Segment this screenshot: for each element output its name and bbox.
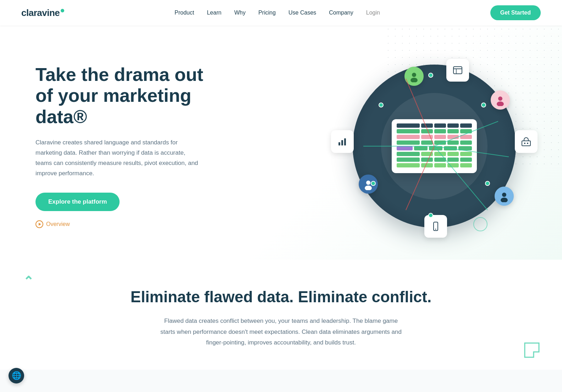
hero-section: Take the drama out of your marketing dat… [0,26,562,260]
hero-content: Take the drama out of your marketing dat… [35,64,220,228]
eliminate-section: ⌃ Eliminate flawed data. Eliminate confl… [0,260,562,370]
logo[interactable]: claravine [21,7,64,18]
data-table-card [392,119,477,173]
corner-shape-icon [523,341,541,359]
logo-dot [61,9,64,12]
hero-title: Take the drama out of your marketing dat… [35,64,220,128]
svg-point-10 [435,228,436,230]
nav-why[interactable]: Why [234,10,246,16]
deco-circle [473,217,487,231]
deco-corner-bottom-right [523,341,541,359]
svg-rect-5 [344,138,346,145]
nav-product[interactable]: Product [175,10,194,16]
icon-box-phone [424,215,447,238]
icon-box-shop [515,130,538,153]
eliminate-body: Flawed data creates conflict between you… [157,316,405,348]
get-started-button[interactable]: Get Started [490,5,541,20]
explore-platform-button[interactable]: Explore the platform [35,193,120,211]
nav-pricing[interactable]: Pricing [258,10,276,16]
icon-box-chart [331,130,354,153]
conn-dot-1 [428,73,433,78]
overview-label: Overview [46,221,70,227]
play-icon [35,220,43,228]
nav-links: Product Learn Why Pricing Use Cases Comp… [175,10,380,16]
conn-dot-4 [428,213,433,218]
navbar: claravine Product Learn Why Pricing Use … [0,0,562,26]
avatar-blue-light [495,187,514,206]
svg-point-18 [501,198,508,202]
svg-rect-4 [341,140,343,145]
svg-point-8 [527,143,528,144]
svg-point-15 [366,181,370,185]
svg-rect-0 [453,67,462,74]
svg-rect-3 [338,142,340,145]
conn-dot-6 [379,103,384,107]
svg-point-16 [365,186,372,190]
icon-box-table [446,59,469,82]
nav-company[interactable]: Company [329,10,353,16]
logo-text: claravine [21,7,60,18]
svg-point-13 [498,96,502,101]
nav-login[interactable]: Login [366,10,380,16]
conn-dot-2 [481,103,486,107]
conn-dot-3 [485,181,490,186]
nav-use-cases[interactable]: Use Cases [288,10,316,16]
avatar-pink [491,90,510,110]
svg-point-17 [502,193,506,197]
deco-corner-top-left: ⌃ [21,274,35,288]
svg-point-7 [524,143,525,144]
overview-link[interactable]: Overview [35,220,220,228]
eliminate-heading: Eliminate flawed data. Eliminate conflic… [71,288,491,306]
hero-description: Claravine creates shared language and st… [35,138,199,179]
svg-point-12 [411,78,418,82]
hero-visual [335,47,534,245]
conn-dot-5 [371,181,376,186]
svg-point-14 [497,101,504,106]
svg-point-11 [412,73,416,77]
svg-rect-6 [522,141,530,146]
nav-learn[interactable]: Learn [207,10,221,16]
avatar-green [404,67,424,86]
